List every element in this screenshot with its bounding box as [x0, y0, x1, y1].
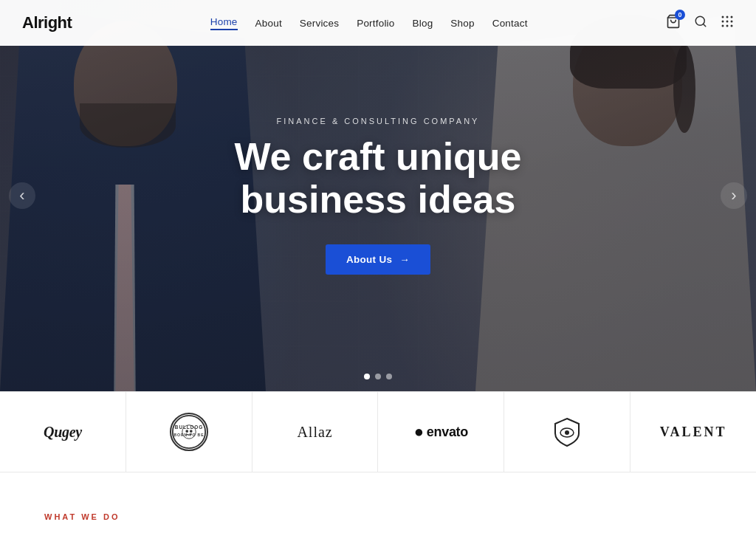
svg-point-16 — [185, 430, 188, 433]
svg-point-11 — [730, 24, 732, 27]
cart-count: 0 — [675, 10, 685, 20]
client-envato: ● envato — [378, 392, 504, 472]
svg-point-19 — [565, 430, 569, 435]
svg-point-8 — [730, 20, 732, 22]
client-qugey-label: Qugey — [44, 424, 82, 441]
client-bulldog-logo: BULLDOG BORN TO BE — [170, 413, 208, 451]
nav-services[interactable]: Services — [300, 18, 339, 29]
main-nav: Home About Services Portfolio Blog Shop … — [210, 16, 528, 30]
nav-shop[interactable]: Shop — [450, 18, 474, 29]
svg-point-7 — [726, 20, 728, 22]
slider-dot-1[interactable] — [364, 374, 370, 379]
svg-point-17 — [190, 430, 193, 433]
client-shield-logo — [551, 416, 583, 448]
client-valent-label: VALENT — [660, 424, 727, 440]
slider-dots — [364, 374, 392, 379]
grid-icon[interactable] — [721, 15, 734, 32]
svg-text:BULLDOG: BULLDOG — [175, 424, 203, 430]
hero-title: We craft unique business ideas — [186, 136, 570, 220]
hero-cta-arrow: → — [399, 254, 410, 265]
hero-section: Finance & Consulting Company We craft un… — [0, 0, 756, 391]
envato-dot-icon: ● — [414, 422, 424, 441]
search-icon[interactable] — [694, 15, 707, 32]
hero-tagline: Finance & Consulting Company — [186, 117, 570, 126]
client-shield — [504, 392, 630, 472]
svg-point-10 — [726, 24, 728, 27]
client-bulldog: BULLDOG BORN TO BE — [126, 392, 252, 472]
nav-home[interactable]: Home — [210, 16, 238, 30]
client-allaz: Allaz — [252, 392, 379, 472]
nav-contact[interactable]: Contact — [492, 18, 528, 29]
nav-portfolio[interactable]: Portfolio — [357, 18, 394, 29]
svg-point-9 — [721, 24, 724, 27]
hero-cta-label: About Us — [346, 254, 392, 265]
hero-content: Finance & Consulting Company We craft un… — [186, 117, 570, 274]
clients-strip: Qugey BULLDOG BORN TO BE Allaz ● envato — [0, 391, 756, 472]
slider-dot-3[interactable] — [386, 374, 392, 379]
slider-prev-button[interactable]: ‹ — [9, 182, 35, 209]
hero-cta-button[interactable]: About Us → — [326, 244, 430, 275]
site-header: Alright Home About Services Portfolio Bl… — [0, 0, 756, 46]
svg-point-4 — [726, 16, 728, 18]
header-actions: 0 — [666, 14, 734, 32]
svg-point-3 — [721, 16, 724, 18]
nav-blog[interactable]: Blog — [413, 18, 433, 29]
svg-point-5 — [730, 16, 732, 18]
slider-next-button[interactable]: › — [721, 182, 747, 209]
section-what-we-do-label: What We Do — [44, 512, 120, 521]
client-qugey: Qugey — [0, 392, 126, 472]
client-envato-label: ● envato — [414, 422, 468, 441]
cart-icon[interactable]: 0 — [666, 14, 681, 32]
svg-point-6 — [721, 20, 724, 22]
nav-about[interactable]: About — [255, 18, 282, 29]
what-we-do-section: What We Do — [0, 472, 756, 537]
slider-dot-2[interactable] — [375, 374, 381, 379]
site-logo[interactable]: Alright — [22, 13, 72, 32]
client-valent: VALENT — [630, 392, 756, 472]
client-allaz-label: Allaz — [297, 424, 332, 441]
svg-line-2 — [703, 24, 705, 26]
